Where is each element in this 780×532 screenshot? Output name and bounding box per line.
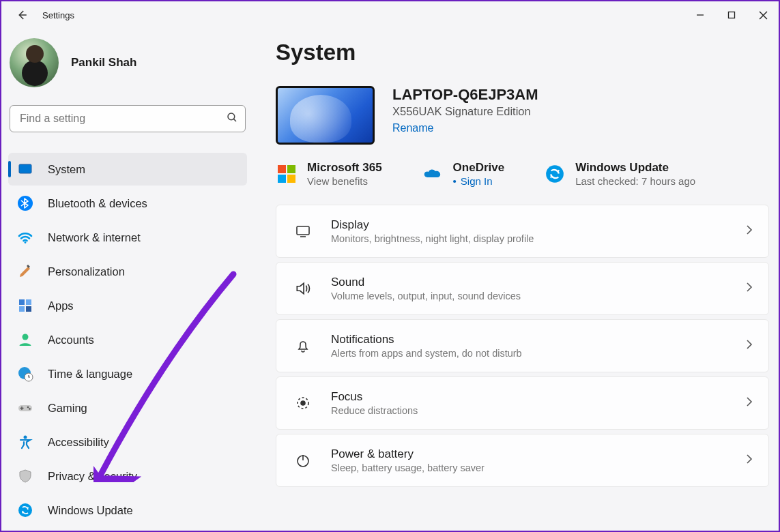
shield-icon — [16, 467, 34, 485]
bell-icon — [294, 337, 312, 355]
sidebar-item-bluetooth[interactable]: Bluetooth & devices — [8, 187, 247, 220]
sidebar-item-time[interactable]: Time & language — [8, 357, 247, 390]
svg-point-21 — [18, 503, 32, 517]
svg-rect-23 — [297, 226, 309, 235]
card-sound[interactable]: SoundVolume levels, output, input, sound… — [276, 262, 769, 315]
quick-title: Windows Update — [575, 161, 695, 175]
person-icon — [16, 331, 34, 349]
main-panel: System LAPTOP-Q6EJP3AM X556UAK Signature… — [254, 29, 779, 527]
svg-rect-12 — [19, 306, 25, 312]
close-button[interactable] — [747, 1, 779, 29]
card-focus[interactable]: FocusReduce distractions — [276, 376, 769, 430]
sidebar-item-label: System — [48, 163, 85, 176]
search-icon — [226, 111, 238, 126]
quick-title: OneDrive — [453, 161, 505, 175]
rename-link[interactable]: Rename — [392, 122, 538, 134]
search-field[interactable] — [20, 113, 226, 125]
card-subtitle: Sleep, battery usage, battery saver — [331, 462, 726, 473]
card-title: Power & battery — [331, 447, 726, 461]
sidebar-item-network[interactable]: Network & internet — [8, 221, 247, 254]
focus-icon — [294, 394, 312, 412]
device-thumbnail[interactable] — [276, 86, 375, 145]
card-title: Display — [331, 218, 726, 232]
card-subtitle: Reduce distractions — [331, 405, 726, 416]
card-notifications[interactable]: NotificationsAlerts from apps and system… — [276, 319, 769, 372]
svg-point-19 — [29, 408, 31, 410]
nav-list: System Bluetooth & devices Network & int… — [8, 153, 247, 527]
monitor-icon — [294, 222, 312, 240]
sidebar-item-label: Network & internet — [48, 231, 141, 244]
sidebar-item-label: Accounts — [48, 334, 94, 346]
device-model: X556UAK Signature Edition — [392, 105, 538, 118]
minimize-button[interactable] — [684, 1, 716, 29]
sidebar-item-label: Accessibility — [48, 436, 109, 449]
sidebar-item-system[interactable]: System — [8, 153, 247, 186]
svg-line-5 — [233, 119, 236, 121]
sidebar-item-personalization[interactable]: Personalization — [8, 255, 247, 288]
system-icon — [16, 160, 34, 178]
sidebar-item-accounts[interactable]: Accounts — [8, 323, 247, 356]
card-power[interactable]: Power & batterySleep, battery usage, bat… — [276, 434, 769, 487]
device-summary: LAPTOP-Q6EJP3AM X556UAK Signature Editio… — [276, 86, 769, 145]
accessibility-icon — [16, 433, 34, 451]
chevron-right-icon — [745, 339, 753, 353]
card-display[interactable]: DisplayMonitors, brightness, night light… — [276, 205, 769, 258]
card-list: DisplayMonitors, brightness, night light… — [276, 205, 769, 487]
search-input[interactable] — [10, 105, 246, 132]
quick-subtitle: Last checked: 7 hours ago — [575, 175, 695, 187]
svg-rect-13 — [26, 306, 31, 312]
sidebar-item-update[interactable]: Windows Update — [8, 494, 247, 527]
bluetooth-icon — [16, 194, 34, 212]
card-subtitle: Alerts from apps and system, do not dist… — [331, 348, 726, 359]
window-controls — [684, 1, 779, 29]
window-title: Settings — [42, 10, 74, 20]
quick-onedrive[interactable]: OneDrive Sign In — [422, 161, 505, 187]
quick-title: Microsoft 365 — [307, 161, 382, 175]
sidebar-item-accessibility[interactable]: Accessibility — [8, 426, 247, 458]
svg-point-18 — [27, 407, 29, 409]
sidebar-item-gaming[interactable]: Gaming — [8, 391, 247, 424]
sidebar-item-privacy[interactable]: Privacy & security — [8, 460, 247, 492]
user-profile[interactable]: Pankil Shah — [8, 33, 247, 105]
sidebar-item-label: Gaming — [48, 402, 87, 415]
chevron-right-icon — [745, 454, 753, 467]
svg-point-26 — [301, 401, 305, 405]
quick-windows-update[interactable]: Windows Update Last checked: 7 hours ago — [544, 161, 695, 187]
avatar — [10, 38, 59, 87]
svg-point-9 — [25, 241, 27, 243]
speaker-icon — [294, 280, 312, 297]
sync-icon — [16, 501, 34, 519]
quick-subtitle: Sign In — [453, 175, 505, 187]
gamepad-icon — [16, 399, 34, 417]
device-name: LAPTOP-Q6EJP3AM — [392, 86, 538, 104]
titlebar: Settings — [1, 1, 779, 29]
user-name: Pankil Shah — [71, 56, 136, 70]
chevron-right-icon — [745, 396, 753, 410]
card-subtitle: Monitors, brightness, night light, displ… — [331, 233, 726, 244]
card-subtitle: Volume levels, output, input, sound devi… — [331, 291, 726, 301]
sidebar-item-label: Windows Update — [48, 504, 133, 517]
svg-rect-1 — [729, 12, 735, 18]
back-button[interactable] — [14, 7, 30, 23]
sync-icon — [544, 163, 566, 185]
chevron-right-icon — [745, 282, 753, 295]
card-title: Notifications — [331, 333, 726, 346]
microsoft-logo-icon — [276, 163, 298, 185]
svg-point-14 — [23, 334, 29, 340]
sidebar-item-label: Bluetooth & devices — [48, 197, 147, 210]
sidebar-item-label: Time & language — [48, 368, 132, 381]
svg-point-20 — [24, 436, 27, 439]
maximize-button[interactable] — [716, 1, 747, 29]
wifi-icon — [16, 228, 34, 246]
apps-icon — [16, 297, 34, 314]
paintbrush-icon — [16, 263, 34, 280]
sidebar-item-apps[interactable]: Apps — [8, 289, 247, 322]
svg-point-22 — [546, 165, 564, 183]
sidebar-item-label: Personalization — [48, 265, 125, 278]
svg-rect-10 — [19, 299, 25, 305]
sidebar: Pankil Shah System Bluetooth & devices N… — [1, 29, 254, 527]
quick-links: Microsoft 365 View benefits OneDrive Sig… — [276, 161, 769, 187]
onedrive-icon — [422, 163, 444, 185]
chevron-right-icon — [745, 224, 753, 238]
quick-ms365[interactable]: Microsoft 365 View benefits — [276, 161, 382, 187]
